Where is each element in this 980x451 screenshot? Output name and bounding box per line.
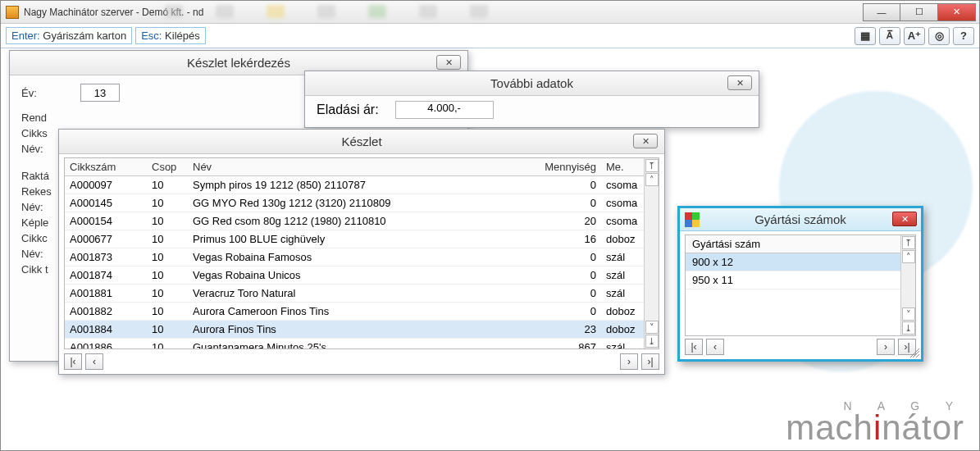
window-keszlet[interactable]: Készlet ✕ Cikkszám Csop Név Mennyiség Me… <box>58 129 665 375</box>
scroll-up-icon[interactable]: ˄ <box>645 173 659 186</box>
cell-qty: 0 <box>527 266 601 285</box>
pager-first-icon[interactable]: |‹ <box>685 339 703 355</box>
table-row[interactable]: A00187310Vegas Robaina Famosos0szál <box>65 248 659 266</box>
hint-toolbar: Enter: Gyáriszám karton Esc: Kilépés ▦ A… <box>1 24 979 48</box>
cell-qty: 0 <box>527 194 601 212</box>
cell-name: Veracruz Toro Natural <box>188 285 527 303</box>
window-gyartasi-szamok[interactable]: Gyártási számok ✕ Gyártási szám 900 x 12… <box>677 206 923 362</box>
serial-pager: |‹ ‹ › ›| <box>685 338 916 356</box>
list-item[interactable]: 950 x 11 <box>686 271 915 289</box>
cell-name: GG Red csom 80g 1212 (1980) 2110810 <box>188 212 527 230</box>
pager-prev-icon[interactable]: ‹ <box>85 353 103 370</box>
year-input[interactable] <box>80 84 120 102</box>
app-icon <box>6 6 19 19</box>
table-row[interactable]: A00014510GG MYO Red 130g 1212 (3120) 211… <box>65 194 659 212</box>
pager-last-icon[interactable]: ›| <box>641 353 659 370</box>
table-row[interactable]: A00009710Symph piros 19 1212 (850) 21107… <box>65 176 659 194</box>
scroll-down-icon[interactable]: ˅ <box>645 321 659 334</box>
tool-grid-icon[interactable]: ▦ <box>855 27 876 45</box>
cell-group: 10 <box>147 285 188 303</box>
table-row[interactable]: A00188210Aurora Cameroon Finos Tins0dobo… <box>65 303 659 321</box>
price-value: 4.000,- <box>395 101 494 119</box>
cell-qty: 23 <box>527 321 601 339</box>
scroll-top-icon[interactable]: ⤒ <box>902 236 915 249</box>
scroll-up-icon[interactable]: ˄ <box>902 250 915 263</box>
cell-group: 10 <box>147 266 188 285</box>
cell-code: A001874 <box>65 266 147 285</box>
cell-group: 10 <box>147 212 188 230</box>
brand-logo: N A G Y machinátor <box>786 399 964 444</box>
cell-code: A001884 <box>65 321 147 339</box>
col-code[interactable]: Cikkszám <box>65 158 147 176</box>
stock-grid[interactable]: Cikkszám Csop Név Mennyiség Me. A0000971… <box>64 157 659 349</box>
cell-code: A001881 <box>65 285 147 303</box>
cell-group: 10 <box>147 248 188 266</box>
app-window: Nagy Machinátor szerver - Demó kft. - nd… <box>0 0 980 451</box>
window-tovabbi-adatok[interactable]: További adatok ✕ Eladási ár: 4.000,- <box>304 71 759 128</box>
scroll-bottom-icon[interactable]: ⤓ <box>645 335 659 348</box>
window-gyartasi-szamok-close-icon[interactable]: ✕ <box>892 212 917 226</box>
cell-qty: 0 <box>527 303 601 321</box>
tool-help-icon[interactable]: ? <box>953 27 974 45</box>
table-row[interactable]: A00188610Guantanamera Minutos 25's867szá… <box>65 339 659 350</box>
maximize-button[interactable]: ☐ <box>900 3 938 21</box>
table-row[interactable]: A00187410Vegas Robaina Unicos0szál <box>65 266 659 285</box>
cell-name: Symph piros 19 1212 (850) 2110787 <box>188 176 527 194</box>
cell-name: Vegas Robaina Unicos <box>188 266 527 285</box>
cell-name: Primus 100 BLUE cighüvely <box>188 230 527 248</box>
cell-code: A001886 <box>65 339 147 350</box>
window-tovabbi-adatok-title[interactable]: További adatok ✕ <box>305 71 759 96</box>
serial-list[interactable]: Gyártási szám 900 x 12950 x 11 ⤒ ˄ ˅ ⤓ <box>685 235 916 336</box>
cell-group: 10 <box>147 176 188 194</box>
window-keszlet-lekerdezes-close-icon[interactable]: ✕ <box>436 55 461 70</box>
table-row[interactable]: A00015410GG Red csom 80g 1212 (1980) 211… <box>65 212 659 230</box>
cell-name: Aurora Cameroon Finos Tins <box>188 303 527 321</box>
serial-list-header[interactable]: Gyártási szám <box>686 235 915 253</box>
close-button[interactable]: ✕ <box>938 3 976 21</box>
tool-target-icon[interactable]: ◎ <box>928 27 950 45</box>
window-keszlet-close-icon[interactable]: ✕ <box>633 134 658 148</box>
cell-code: A001882 <box>65 303 147 321</box>
cell-group: 10 <box>147 303 188 321</box>
titlebar[interactable]: Nagy Machinátor szerver - Demó kft. - nd… <box>1 1 979 24</box>
cell-group: 10 <box>147 194 188 212</box>
window-tovabbi-adatok-close-icon[interactable]: ✕ <box>727 75 752 90</box>
serial-scrollbar[interactable]: ⤒ ˄ ˅ ⤓ <box>900 235 915 335</box>
col-qty[interactable]: Mennyiség <box>527 158 601 176</box>
pager-prev-icon[interactable]: ‹ <box>706 339 724 355</box>
table-row[interactable]: A00188110Veracruz Toro Natural0szál <box>65 285 659 303</box>
cell-qty: 0 <box>527 248 601 266</box>
year-label: Év: <box>21 87 71 99</box>
minimize-button[interactable]: — <box>863 3 900 21</box>
window-gyartasi-szamok-title[interactable]: Gyártási számok ✕ <box>680 208 921 231</box>
cell-name: Vegas Robaina Famosos <box>188 248 527 266</box>
hint-esc[interactable]: Esc: Kilépés <box>135 27 206 44</box>
list-item[interactable]: 900 x 12 <box>686 253 915 271</box>
cell-code: A001873 <box>65 248 147 266</box>
price-label: Eladási ár: <box>317 102 379 117</box>
tool-font-larger-icon[interactable]: A⁺ <box>904 27 925 45</box>
pager-next-icon[interactable]: › <box>877 339 895 355</box>
window-title: Nagy Machinátor szerver - Demó kft. - nd <box>24 7 203 18</box>
pager-next-icon[interactable]: › <box>620 353 638 370</box>
serial-window-icon <box>685 212 700 227</box>
hint-enter[interactable]: Enter: Gyáriszám karton <box>6 27 132 44</box>
cell-code: A000145 <box>65 194 147 212</box>
col-group[interactable]: Csop <box>147 158 188 176</box>
cell-qty: 0 <box>527 285 601 303</box>
scroll-down-icon[interactable]: ˅ <box>902 308 915 321</box>
col-name[interactable]: Név <box>188 158 527 176</box>
cell-code: A000677 <box>65 230 147 248</box>
table-row[interactable]: A00067710Primus 100 BLUE cighüvely16dobo… <box>65 230 659 248</box>
scroll-top-icon[interactable]: ⤒ <box>645 159 659 172</box>
scroll-bottom-icon[interactable]: ⤓ <box>902 321 915 335</box>
cell-name: Aurora Finos Tins <box>188 321 527 339</box>
resize-grip-icon[interactable] <box>909 348 919 358</box>
pager-first-icon[interactable]: |‹ <box>64 353 82 370</box>
tool-font-smaller-icon[interactable]: A̅ <box>879 27 900 45</box>
stock-scrollbar[interactable]: ⤒ ˄ ˅ ⤓ <box>644 158 659 348</box>
cell-group: 10 <box>147 321 188 339</box>
table-row[interactable]: A00188410Aurora Finos Tins23doboz <box>65 321 659 339</box>
window-keszlet-title[interactable]: Készlet ✕ <box>59 130 664 154</box>
cell-code: A000097 <box>65 176 147 194</box>
